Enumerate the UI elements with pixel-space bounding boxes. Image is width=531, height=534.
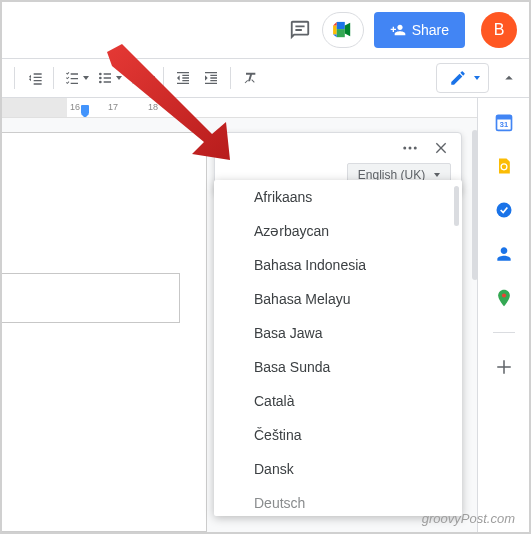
svg-point-0 (99, 73, 102, 76)
meet-button[interactable] (322, 12, 364, 48)
watermark: groovyPost.com (422, 511, 515, 526)
svg-rect-7 (496, 115, 511, 119)
svg-point-1 (99, 77, 102, 80)
bulleted-list-icon (97, 70, 113, 86)
line-spacing-icon (27, 70, 43, 86)
share-label: Share (412, 22, 449, 38)
increase-indent-icon (203, 70, 219, 86)
language-dropdown: Afrikaans Azərbaycan Bahasa Indonesia Ba… (214, 180, 462, 516)
svg-point-10 (496, 203, 511, 218)
chevron-down-icon (434, 173, 440, 177)
list-item[interactable]: Català (214, 384, 462, 418)
list-item[interactable]: Basa Jawa (214, 316, 462, 350)
calendar-icon[interactable]: 31 (494, 112, 514, 132)
comment-history-icon[interactable] (288, 18, 312, 42)
checklist-icon (64, 70, 80, 86)
ruler-indent-marker[interactable] (81, 105, 89, 114)
close-icon (433, 140, 449, 156)
list-item[interactable]: Basa Sunda (214, 350, 462, 384)
ruler[interactable]: 16 17 18 (2, 98, 529, 118)
bulleted-list-button[interactable] (93, 65, 124, 91)
svg-point-3 (403, 147, 406, 150)
person-add-icon (390, 22, 406, 38)
numbered-list-icon (130, 70, 146, 86)
avatar[interactable]: B (481, 12, 517, 48)
toolbar (2, 58, 529, 98)
share-button[interactable]: Share (374, 12, 465, 48)
more-options-button[interactable] (401, 139, 419, 157)
dropdown-scrollbar[interactable] (454, 186, 459, 226)
svg-point-2 (99, 81, 102, 84)
line-spacing-button[interactable] (21, 65, 47, 91)
pencil-icon (449, 69, 467, 87)
svg-point-11 (501, 293, 505, 297)
svg-point-4 (409, 147, 412, 150)
keep-icon[interactable] (494, 156, 514, 176)
clear-formatting-button[interactable] (237, 65, 263, 91)
page[interactable] (2, 132, 207, 532)
collapse-toolbar-button[interactable] (497, 66, 521, 90)
numbered-list-button[interactable] (126, 65, 157, 91)
meet-icon (332, 21, 354, 39)
checklist-button[interactable] (60, 65, 91, 91)
list-item[interactable]: Bahasa Melayu (214, 282, 462, 316)
plus-icon (495, 358, 513, 376)
chevron-up-icon (500, 69, 518, 87)
svg-point-5 (414, 147, 417, 150)
add-addon-button[interactable] (494, 357, 514, 377)
contacts-icon[interactable] (494, 244, 514, 264)
decrease-indent-icon (175, 70, 191, 86)
page-content-box (2, 273, 180, 323)
list-item[interactable]: Čeština (214, 418, 462, 452)
tasks-icon[interactable] (494, 200, 514, 220)
header-bar: Share B (2, 2, 529, 58)
list-item[interactable]: Bahasa Indonesia (214, 248, 462, 282)
increase-indent-button[interactable] (198, 65, 224, 91)
list-item[interactable]: Afrikaans (214, 180, 462, 214)
side-panel-separator (493, 332, 515, 333)
clear-formatting-icon (242, 70, 258, 86)
editing-mode-button[interactable] (436, 63, 489, 93)
close-button[interactable] (433, 140, 449, 156)
maps-icon[interactable] (494, 288, 514, 308)
decrease-indent-button[interactable] (170, 65, 196, 91)
dots-horizontal-icon (401, 139, 419, 157)
svg-text:31: 31 (499, 120, 507, 129)
side-panel: 31 (477, 98, 529, 532)
list-item[interactable]: Dansk (214, 452, 462, 486)
list-item[interactable]: Azərbaycan (214, 214, 462, 248)
